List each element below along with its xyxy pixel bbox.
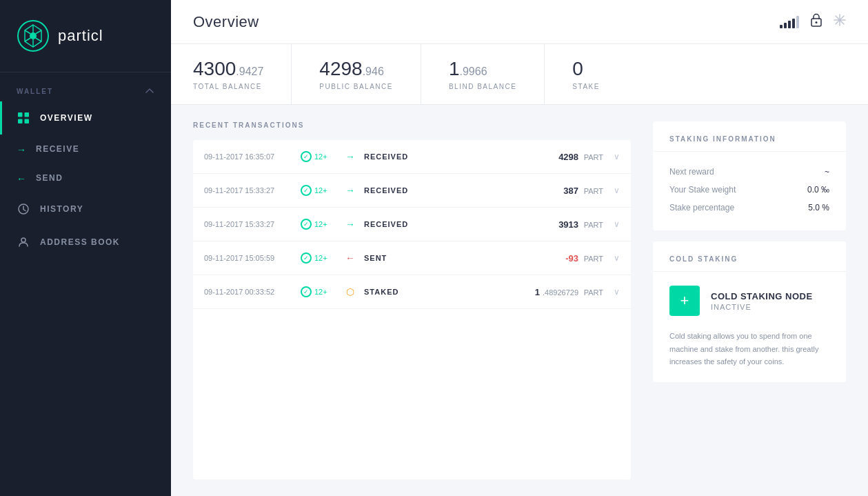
sidebar-item-receive-label: RECEIVE — [36, 144, 79, 154]
stake-balance-label: STAKE — [572, 83, 600, 90]
sidebar-item-history[interactable]: HISTORY — [0, 192, 171, 226]
content-area: RECENT TRANSACTIONS 09-11-2017 16:35:07 … — [171, 105, 868, 496]
tx-amount: 387 PART — [433, 186, 603, 196]
tx-confirmations: ✓ 12+ — [301, 219, 342, 230]
sidebar-item-receive[interactable]: → RECEIVE — [0, 135, 171, 163]
tx-type: RECEIVED — [364, 152, 433, 161]
tx-direction-icon: → — [342, 185, 359, 196]
staking-percentage-label: Stake percentage — [669, 203, 734, 212]
sidebar-item-history-label: HISTORY — [40, 204, 83, 214]
app-logo-text: particl — [58, 27, 103, 45]
sidebar-navigation: WALLET OVERVIEW → RECEIVE ← — [0, 72, 171, 496]
particl-logo-icon — [17, 19, 50, 52]
tx-expand-icon[interactable]: ∨ — [603, 287, 620, 297]
tx-direction-icon: ← — [342, 252, 359, 264]
lock-icon[interactable] — [810, 13, 822, 30]
staking-info-title: STAKING INFORMATION — [669, 135, 829, 143]
tx-direction-icon: → — [342, 151, 359, 162]
right-panel: STAKING INFORMATION Next reward ~ Your S… — [653, 121, 846, 479]
signal-bar-3 — [788, 21, 791, 28]
topbar: Overview — [171, 0, 868, 44]
tx-type: STAKED — [364, 288, 433, 296]
staking-next-reward-value: ~ — [825, 167, 829, 177]
svg-point-13 — [21, 238, 26, 242]
sidebar-logo: particl — [0, 0, 171, 72]
confirm-icon: ✓ — [301, 151, 312, 162]
tx-type: RECEIVED — [364, 186, 433, 195]
cold-staking-description: Cold staking allows you to spend from on… — [669, 330, 829, 368]
snowflake-icon[interactable] — [834, 14, 846, 30]
tx-amount: -93 PART — [433, 253, 603, 264]
balance-blind: 1.9966 BLIND BALANCE — [449, 44, 545, 104]
staking-weight-row: Your Stake weight 0.0 ‰ — [669, 181, 829, 199]
staking-percentage-value: 5.0 % — [808, 203, 829, 212]
confirm-icon: ✓ — [301, 185, 312, 196]
person-icon — [17, 235, 30, 249]
total-balance-label: TOTAL BALANCE — [193, 83, 263, 90]
sidebar-item-send[interactable]: ← SEND — [0, 163, 171, 192]
page-title: Overview — [193, 13, 259, 31]
tx-amount: 3913 PART — [433, 219, 603, 230]
svg-line-3 — [36, 30, 42, 34]
total-balance-whole: 4300 — [193, 58, 236, 79]
signal-strength-icon[interactable] — [780, 16, 799, 28]
svg-point-20 — [838, 19, 841, 21]
sidebar-item-address-book-label: ADDRESS BOOK — [40, 237, 120, 247]
total-balance-decimal: .9427 — [236, 66, 263, 77]
balance-bar: 4300.9427 TOTAL BALANCE 4298.946 PUBLIC … — [171, 44, 868, 105]
receive-arrow-icon: → — [17, 144, 26, 154]
tx-confirmations: ✓ 12+ — [301, 185, 342, 196]
table-row[interactable]: 09-11-2017 15:33:27 ✓ 12+ → RECEIVED 391… — [193, 208, 631, 241]
tx-date: 09-11-2017 16:35:07 — [204, 152, 301, 161]
table-row[interactable]: 09-11-2017 16:35:07 ✓ 12+ → RECEIVED 429… — [193, 140, 631, 174]
tx-date: 09-11-2017 15:05:59 — [204, 254, 301, 262]
sidebar-item-send-label: SEND — [36, 173, 63, 183]
blind-balance-whole: 1 — [449, 58, 460, 79]
confirm-icon: ✓ — [301, 286, 312, 297]
balance-total: 4300.9427 TOTAL BALANCE — [193, 44, 292, 104]
tx-expand-icon[interactable]: ∨ — [603, 186, 620, 195]
tx-confirmations: ✓ 12+ — [301, 286, 342, 297]
sidebar-item-overview-label: OVERVIEW — [40, 113, 92, 123]
signal-bar-1 — [780, 25, 783, 28]
sidebar-item-address-book[interactable]: ADDRESS BOOK — [0, 226, 171, 259]
send-arrow-icon: ← — [17, 173, 26, 183]
svg-line-4 — [36, 38, 42, 41]
staking-weight-label: Your Stake weight — [669, 185, 736, 195]
sidebar-item-overview[interactable]: OVERVIEW — [0, 101, 171, 135]
blind-balance-decimal: .9966 — [460, 66, 487, 77]
cold-staking-title: COLD STAKING — [669, 255, 829, 263]
signal-bar-5 — [796, 16, 799, 28]
transactions-list[interactable]: 09-11-2017 16:35:07 ✓ 12+ → RECEIVED 429… — [193, 140, 631, 479]
confirm-icon: ✓ — [301, 219, 312, 230]
signal-bar-2 — [784, 23, 787, 28]
signal-bar-4 — [792, 19, 795, 28]
table-row[interactable]: 09-11-2017 00:33:52 ✓ 12+ ⬡ STAKED 1.489… — [193, 275, 631, 309]
tx-date: 09-11-2017 15:33:27 — [204, 220, 301, 228]
table-row[interactable]: 09-11-2017 15:05:59 ✓ 12+ ← SENT -93 PAR… — [193, 241, 631, 275]
tx-direction-icon: → — [342, 219, 359, 230]
staking-information-panel: STAKING INFORMATION Next reward ~ Your S… — [653, 121, 846, 230]
staking-divider — [653, 151, 846, 152]
tx-date: 09-11-2017 00:33:52 — [204, 288, 301, 296]
svg-rect-9 — [25, 112, 30, 117]
tx-type: SENT — [364, 254, 433, 262]
svg-line-7 — [25, 30, 31, 34]
cold-node-title: COLD STAKING NODE — [711, 291, 813, 301]
tx-direction-icon: ⬡ — [342, 286, 359, 297]
public-balance-decimal: .946 — [363, 66, 384, 77]
chevron-up-icon — [145, 86, 154, 96]
balance-stake: 0 STAKE — [572, 44, 627, 104]
tx-amount: 1.48926729 PART — [433, 287, 603, 297]
add-cold-node-button[interactable]: + — [669, 286, 700, 316]
confirm-icon: ✓ — [301, 252, 312, 264]
tx-expand-icon[interactable]: ∨ — [603, 253, 620, 263]
transactions-panel: RECENT TRANSACTIONS 09-11-2017 16:35:07 … — [193, 121, 631, 479]
svg-rect-11 — [25, 119, 30, 124]
tx-expand-icon[interactable]: ∨ — [603, 219, 620, 229]
table-row[interactable]: 09-11-2017 15:33:27 ✓ 12+ → RECEIVED 387… — [193, 174, 631, 208]
svg-line-6 — [25, 38, 31, 41]
tx-expand-icon[interactable]: ∨ — [603, 152, 620, 161]
blind-balance-label: BLIND BALANCE — [449, 83, 516, 90]
wallet-section-label: WALLET — [0, 72, 171, 101]
